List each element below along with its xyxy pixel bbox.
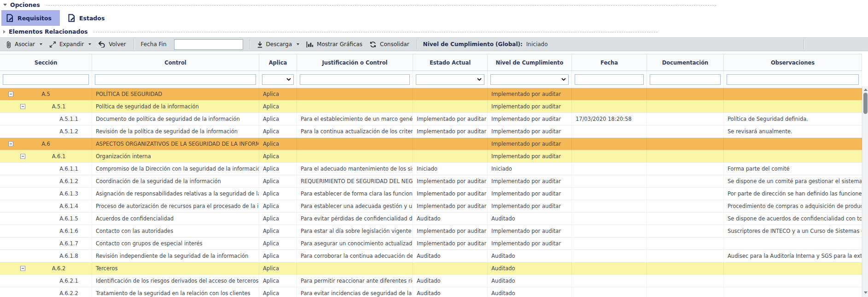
vertical-scrollbar[interactable] bbox=[862, 86, 868, 297]
cell-documentacion bbox=[647, 262, 724, 274]
table-row[interactable]: A.6.1.2Coordinación de la seguridad de l… bbox=[0, 175, 862, 188]
collapse-expander-icon[interactable] bbox=[20, 266, 25, 271]
cell-control: Revisión independiente de la seguridad d… bbox=[92, 250, 259, 262]
seccion-filter-input[interactable] bbox=[3, 74, 89, 85]
cell-estado_actual: Iniciado bbox=[413, 163, 488, 175]
cell-estado_actual: Implementado por auditar bbox=[413, 238, 488, 249]
elementos-relacionados-header: Elementos Relacionados bbox=[0, 28, 868, 36]
table-row[interactable]: A.6.1.4Proceso de autorización de recurs… bbox=[0, 200, 862, 213]
cell-fecha bbox=[572, 175, 647, 187]
cell-nivel_cumplimiento: Implementado por auditar bbox=[488, 150, 572, 162]
cell-fecha bbox=[572, 101, 647, 113]
cell-control: Tratamiento de la seguridad en la relaci… bbox=[92, 287, 259, 297]
expandir-button[interactable]: Expandir bbox=[48, 41, 93, 48]
cell-fecha bbox=[572, 287, 647, 297]
expand-icon bbox=[49, 41, 56, 48]
column-header[interactable]: Sección bbox=[0, 54, 92, 71]
seccion-label: A.5.1 bbox=[26, 103, 66, 110]
column-header[interactable]: Nivel de Cumplimiento bbox=[488, 54, 572, 71]
consolidar-button[interactable]: Consolidar bbox=[368, 41, 411, 48]
scroll-down-arrow-icon[interactable] bbox=[864, 291, 868, 294]
column-header[interactable]: Documentación bbox=[647, 54, 724, 71]
collapse-expander-icon[interactable] bbox=[8, 142, 13, 147]
cell-seccion: A.5.1 bbox=[0, 101, 92, 113]
fecha-fin-input[interactable] bbox=[174, 39, 243, 50]
table-row[interactable]: A.6ASPECTOS ORGANIZATIVOS DE LA SEGURIDA… bbox=[0, 138, 862, 150]
cell-estado_actual bbox=[413, 262, 488, 274]
scroll-up-arrow-icon[interactable] bbox=[864, 89, 868, 91]
cell-justificacion: Para corroborar la continua adecuación d… bbox=[297, 250, 413, 262]
collapse-right-icon[interactable] bbox=[3, 30, 6, 34]
cell-aplica: Aplica bbox=[259, 213, 297, 225]
table-row[interactable]: A.6.1.1Compromiso de la Dirección con la… bbox=[0, 163, 862, 175]
back-arrow-icon bbox=[98, 41, 105, 48]
mostrar-graficas-button[interactable]: Mostrar Gráficas bbox=[305, 41, 364, 48]
table-row[interactable]: A.6.1.5Acuerdos de confidencialidadAplic… bbox=[0, 213, 862, 225]
cell-documentacion bbox=[647, 150, 724, 162]
seccion-label: A.6.1.6 bbox=[13, 228, 78, 234]
cell-estado_actual: Auditado bbox=[413, 275, 488, 287]
table-row[interactable]: A.6.2.2Tratamiento de la seguridad en la… bbox=[0, 287, 862, 297]
opciones-title: Opciones bbox=[10, 1, 40, 8]
scrollbar-thumb[interactable] bbox=[863, 93, 868, 114]
descarga-button[interactable]: Descarga bbox=[256, 41, 301, 48]
table-row[interactable]: A.5.1.1Documento de política de segurida… bbox=[0, 113, 862, 125]
nivel_cumplimiento-filter-select[interactable] bbox=[490, 74, 569, 85]
column-header[interactable]: Aplica bbox=[259, 54, 297, 71]
table-row[interactable]: A.6.2.1Identificación de los riesgos der… bbox=[0, 275, 862, 287]
table-row[interactable]: A.6.1Organización internaAplicaImplement… bbox=[0, 150, 862, 163]
cell-documentacion bbox=[647, 238, 724, 249]
cell-seccion: A.6.1.7 bbox=[0, 238, 92, 249]
table-row[interactable]: A.5POLÍTICA DE SEGURIDADAplicaImplementa… bbox=[0, 88, 862, 101]
asociar-button[interactable]: Asociar bbox=[5, 41, 44, 48]
cell-observaciones: Política de Seguridad definida. bbox=[724, 113, 862, 125]
collapse-expander-icon[interactable] bbox=[20, 154, 25, 159]
column-header[interactable]: Control bbox=[92, 54, 259, 71]
fecha-filter-input[interactable] bbox=[575, 74, 644, 85]
table-row[interactable]: A.6.1.3Asignación de responsabilidades r… bbox=[0, 188, 862, 200]
cell-fecha bbox=[572, 138, 647, 150]
grid-body: A.5POLÍTICA DE SEGURIDADAplicaImplementa… bbox=[0, 88, 862, 297]
descarga-label: Descarga bbox=[266, 41, 292, 48]
cell-nivel_cumplimiento: Implementado por auditar bbox=[488, 101, 572, 113]
tab-requisitos[interactable]: Requisitos bbox=[1, 10, 60, 26]
cell-aplica: Aplica bbox=[259, 150, 297, 162]
column-header[interactable]: Justificación o Control bbox=[297, 54, 413, 71]
documentacion-filter-input[interactable] bbox=[650, 74, 721, 85]
control-filter-input[interactable] bbox=[95, 74, 256, 85]
aplica-filter-select[interactable] bbox=[262, 74, 294, 85]
cell-documentacion bbox=[647, 213, 724, 225]
collapse-down-icon[interactable] bbox=[3, 4, 7, 6]
column-header[interactable]: Fecha bbox=[572, 54, 647, 71]
cell-fecha bbox=[572, 213, 647, 225]
cell-observaciones bbox=[724, 101, 862, 113]
table-row[interactable]: A.6.1.8Revisión independiente de la segu… bbox=[0, 250, 862, 262]
cell-justificacion bbox=[297, 88, 413, 100]
table-row[interactable]: A.5.1Política de seguridad de la informa… bbox=[0, 101, 862, 113]
bar-chart-icon bbox=[306, 41, 314, 48]
dashed-divider bbox=[93, 32, 658, 32]
justificacion-filter-input[interactable] bbox=[300, 74, 410, 85]
tab-estados[interactable]: Estados bbox=[63, 10, 113, 26]
cell-fecha bbox=[572, 188, 647, 200]
tabs-row: Requisitos Estados bbox=[0, 10, 868, 26]
cell-seccion: A.6.2 bbox=[0, 262, 92, 274]
tab-label: Estados bbox=[79, 15, 105, 22]
column-header[interactable]: Estado Actual bbox=[413, 54, 488, 71]
observaciones-filter-input[interactable] bbox=[727, 74, 859, 85]
table-row[interactable]: A.6.2TercerosAplicaAuditado bbox=[0, 262, 862, 275]
cell-seccion: A.6.2.1 bbox=[0, 275, 92, 287]
table-row[interactable]: A.6.1.6Contacto con las autoridadesAplic… bbox=[0, 225, 862, 238]
volver-button[interactable]: Volver bbox=[97, 41, 127, 48]
cell-estado_actual bbox=[413, 88, 488, 100]
cell-observaciones bbox=[724, 287, 862, 297]
table-row[interactable]: A.6.1.7Contacto con grupos de especial i… bbox=[0, 238, 862, 250]
collapse-expander-icon[interactable] bbox=[8, 92, 13, 97]
table-row[interactable]: A.5.1.2Revisión de la política de seguri… bbox=[0, 125, 862, 138]
mostrar-graficas-label: Mostrar Gráficas bbox=[317, 41, 362, 48]
column-header[interactable]: Observaciones bbox=[724, 54, 862, 71]
cell-estado_actual: Implementado por auditar bbox=[413, 175, 488, 187]
collapse-expander-icon[interactable] bbox=[20, 104, 25, 109]
estado_actual-filter-select[interactable] bbox=[416, 74, 484, 85]
cell-observaciones bbox=[724, 138, 862, 150]
